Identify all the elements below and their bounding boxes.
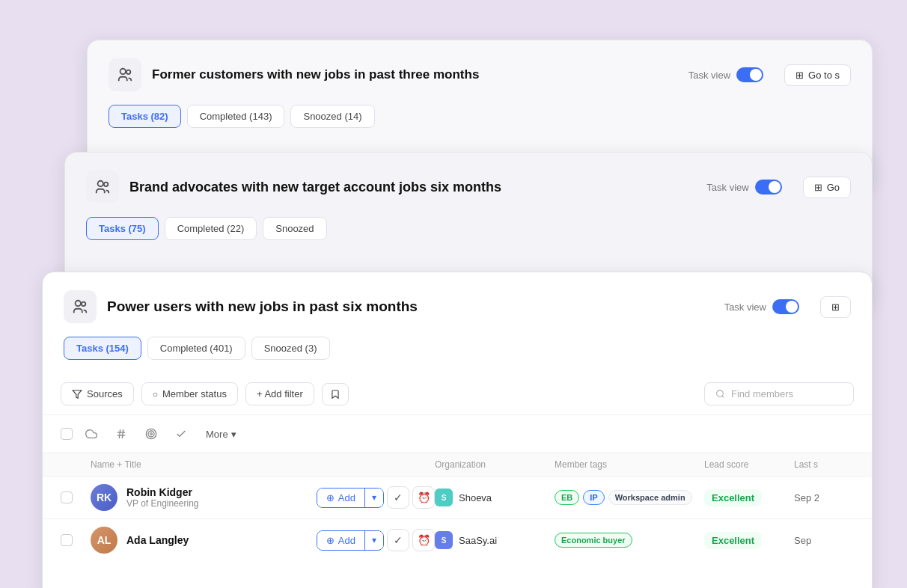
member-status-button[interactable]: ○ Member status <box>141 382 238 405</box>
more-dropdown[interactable]: More ▾ <box>200 426 242 443</box>
score-2-value: Excellent <box>704 532 762 549</box>
add-button-2[interactable]: ⊕ Add <box>317 531 365 550</box>
card-3-go-to[interactable]: ⊞ <box>820 296 851 318</box>
svg-point-14 <box>148 431 154 437</box>
member-2-actions: ⊕ Add ▾ ✓ ⏰ <box>317 529 435 551</box>
member-1-name[interactable]: Robin Kidger <box>126 486 308 498</box>
check-btn-2[interactable]: ✓ <box>387 529 409 551</box>
member-2-cell: AL Ada Langley ⊕ Add ▾ ✓ ⏰ <box>91 527 435 554</box>
card-2-task-view: Task view <box>706 180 781 195</box>
check-btn-1[interactable]: ✓ <box>387 486 409 509</box>
card-2-task-view-label: Task view <box>706 182 748 193</box>
card-power-users: Power users with new jobs in past six mo… <box>42 272 873 588</box>
card-3-tab-snoozed[interactable]: Snoozed (3) <box>251 337 330 360</box>
col-last-seen: Last s <box>794 459 854 470</box>
tags-1-cell: EB IP Workspace admin <box>555 490 704 505</box>
tags-2-cell: Economic buyer <box>555 533 704 548</box>
col-name-title: Name + Title <box>91 459 435 470</box>
card-1-go-to[interactable]: ⊞ Go to s <box>784 64 851 86</box>
target-icon <box>145 428 157 440</box>
svg-line-11 <box>119 429 120 438</box>
bookmark-icon <box>330 389 340 399</box>
card-2-tabs: Tasks (75) Completed (22) Snoozed <box>65 217 872 254</box>
svg-point-5 <box>82 302 86 307</box>
card-1-tab-snoozed[interactable]: Snoozed (14) <box>290 105 374 128</box>
add-filter-button[interactable]: + Add filter <box>245 382 314 405</box>
card-3-tab-tasks[interactable]: Tasks (154) <box>64 337 141 360</box>
member-status-label: Member status <box>162 388 227 399</box>
row-2-checkbox[interactable] <box>61 534 73 546</box>
tag-eco-1: Economic buyer <box>555 533 632 548</box>
more-chevron-icon: ▾ <box>231 429 236 440</box>
card-3-task-view: Task view <box>724 299 799 314</box>
more-label: More <box>206 429 228 440</box>
card-2-tab-tasks[interactable]: Tasks (75) <box>86 217 159 240</box>
card-2-toggle[interactable] <box>755 180 782 195</box>
cloud-icon-btn[interactable] <box>80 423 103 445</box>
table-row: RK Robin Kidger VP of Engineering ⊕ Add … <box>43 477 872 519</box>
org-1-cell: S Shoeva <box>435 489 555 506</box>
row-1-checkbox[interactable] <box>61 491 73 503</box>
svg-point-13 <box>146 429 156 438</box>
org-1-name: Shoeva <box>459 492 492 503</box>
select-all-checkbox[interactable] <box>61 428 73 440</box>
org-1-logo: S <box>435 489 453 506</box>
member-2-info: Ada Langley <box>126 534 308 546</box>
svg-marker-6 <box>73 390 82 398</box>
card-1-toggle[interactable] <box>736 67 763 82</box>
card-2-go-to[interactable]: ⊞ Go <box>803 177 851 198</box>
svg-line-8 <box>722 396 724 397</box>
card-3-task-view-label: Task view <box>724 301 766 313</box>
grid-icon-3: ⊞ <box>831 301 840 313</box>
add-label-1: Add <box>338 492 355 503</box>
col-org: Organization <box>435 459 555 470</box>
card-2-tab-snoozed[interactable]: Snoozed <box>263 217 326 240</box>
add-dropdown-arrow-2[interactable]: ▾ <box>365 531 383 549</box>
card-1-tab-completed[interactable]: Completed (143) <box>187 105 285 128</box>
member-1-title: VP of Engineering <box>126 498 308 509</box>
card-1-icon <box>109 58 141 91</box>
find-members-input[interactable]: Find members <box>704 382 854 405</box>
add-button-1[interactable]: ⊕ Add <box>317 489 365 507</box>
card-2-title: Brand advocates with new target account … <box>129 180 696 195</box>
last-seen-1: Sep 2 <box>794 492 854 503</box>
add-label-2: Add <box>338 535 355 546</box>
circle-add-icon: ⊕ <box>326 492 335 503</box>
member-1-info: Robin Kidger VP of Engineering <box>126 486 308 509</box>
card-1-title: Former customers with new jobs in past t… <box>152 67 678 82</box>
card-1-tabs: Tasks (82) Completed (143) Snoozed (14) <box>88 105 872 141</box>
col-score: Lead score <box>704 459 794 470</box>
table-header: Name + Title Organization Member tags Le… <box>43 453 872 477</box>
card-3-icon <box>64 290 97 323</box>
card-3-tab-completed[interactable]: Completed (401) <box>147 337 245 360</box>
alarm-btn-2[interactable]: ⏰ <box>412 529 435 551</box>
filter-row: Sources ○ Member status + Add filter Fin… <box>43 373 872 415</box>
col-tags: Member tags <box>555 459 704 470</box>
card-2-icon <box>86 171 119 203</box>
bookmark-button[interactable] <box>322 383 349 405</box>
member-2-name[interactable]: Ada Langley <box>126 534 308 546</box>
check-icon-btn[interactable] <box>170 423 192 445</box>
avatar-robin: RK <box>91 484 117 511</box>
add-dropdown-arrow-1[interactable]: ▾ <box>365 489 383 506</box>
card-3-toggle[interactable] <box>772 299 799 314</box>
score-2-cell: Excellent <box>704 533 794 547</box>
svg-point-2 <box>98 181 103 186</box>
avatar-ada: AL <box>91 527 117 554</box>
card-3-title: Power users with new jobs in past six mo… <box>107 298 714 315</box>
sources-filter-button[interactable]: Sources <box>61 382 134 405</box>
alarm-btn-1[interactable]: ⏰ <box>412 486 435 509</box>
svg-point-7 <box>717 391 724 397</box>
find-members-placeholder: Find members <box>731 388 793 399</box>
hash-icon <box>115 428 127 440</box>
hash-icon-btn[interactable] <box>110 423 132 445</box>
svg-point-3 <box>104 183 109 187</box>
card-2-tab-completed[interactable]: Completed (22) <box>165 217 257 240</box>
target-icon-btn[interactable] <box>140 423 162 445</box>
cloud-icon <box>85 428 97 440</box>
col-checkbox <box>61 459 91 470</box>
score-1-value: Excellent <box>704 489 762 506</box>
check-icon <box>175 428 187 440</box>
sources-filter-label: Sources <box>87 388 123 399</box>
card-1-tab-tasks[interactable]: Tasks (82) <box>109 105 181 128</box>
